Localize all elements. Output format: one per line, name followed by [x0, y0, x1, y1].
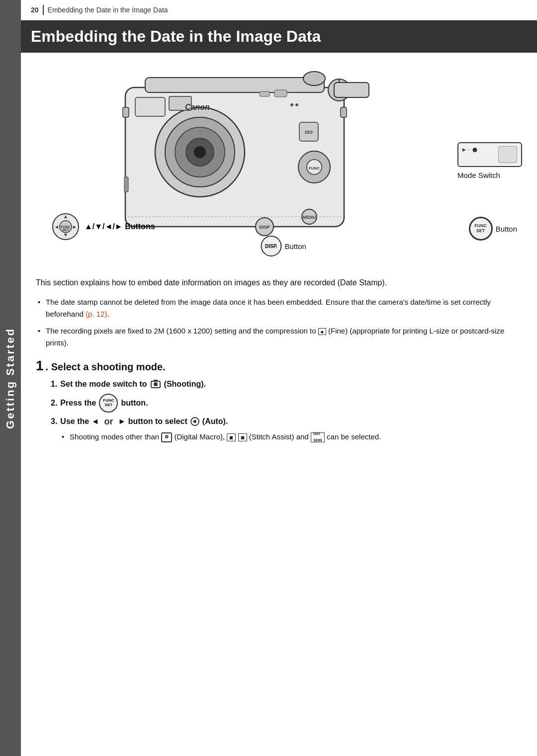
main-content: 20 Embedding the Date in the Image Data …: [21, 0, 537, 456]
main-step: 1. Select a shooting mode.: [36, 358, 522, 374]
arrows-label-text: ▲/▼/◄/► Buttons: [85, 222, 155, 231]
step-label: Select a shooting mode.: [51, 361, 166, 372]
svg-text:ISO: ISO: [305, 130, 313, 135]
sub-step-1: 1. Set the mode switch to (Shooting).: [51, 379, 522, 390]
sub-bullet-item-1: Shooting modes other than ⚙ (Digital Mac…: [61, 431, 522, 443]
page-number: 20: [31, 6, 39, 14]
svg-text:▼: ▼: [63, 232, 68, 238]
mode-switch-slider: [498, 146, 517, 163]
intro-paragraph: This section explains how to embed date …: [36, 276, 522, 289]
func-button-label: Button: [496, 225, 517, 233]
bullet-item-2: The recording pixels are fixed to 2M (16…: [36, 325, 522, 349]
camera-mode-icon: [150, 379, 161, 390]
mode-icons: ▶ ··· ⬤: [462, 147, 477, 152]
svg-text:▲: ▲: [63, 214, 68, 219]
func-set-inline-icon: FUNCSET: [99, 394, 118, 413]
side-tab: Getting Started: [0, 0, 21, 756]
svg-rect-1: [145, 78, 324, 92]
bullet-item-1: The date stamp cannot be deleted from th…: [36, 296, 522, 320]
step-number: 1: [36, 358, 44, 373]
sub-bullet-list: Shooting modes other than ⚙ (Digital Mac…: [61, 431, 522, 443]
svg-rect-26: [260, 91, 269, 96]
svg-text:◄: ◄: [54, 224, 59, 230]
svg-text:MENU: MENU: [303, 215, 316, 220]
arrows-label-area: ▲ ▼ ◄ ► FUNC SET ▲/▼/◄/► Buttons: [51, 212, 155, 242]
svg-rect-41: [154, 380, 158, 382]
stitch-icon-1: ▣: [227, 433, 236, 441]
stitch-icon-2: ▣: [238, 433, 247, 441]
mode-switch-label: Mode Switch: [457, 171, 500, 179]
func-set-button-icon: FUNCSET: [469, 217, 493, 241]
camera-diagram: ISO FUNC DISP MENU Canon: [21, 53, 537, 261]
svg-text:Canon: Canon: [185, 103, 210, 111]
sub-step-3: 3. Use the ◄ or ► button to select (Auto…: [51, 417, 522, 427]
svg-point-2: [303, 72, 325, 85]
or-text: or: [104, 417, 113, 427]
svg-point-9: [194, 146, 206, 158]
svg-text:DISP: DISP: [259, 225, 269, 230]
svg-text:FUNC: FUNC: [309, 166, 320, 170]
sub-steps: 1. Set the mode switch to (Shooting). 2.…: [51, 379, 522, 443]
dpad-icon: ▲ ▼ ◄ ► FUNC SET: [51, 212, 81, 242]
page-link[interactable]: (p. 12): [86, 310, 107, 318]
auto-mode-icon: [190, 417, 199, 426]
text-section: This section explains how to embed date …: [21, 266, 537, 456]
svg-text:SET: SET: [62, 228, 69, 232]
page-title: Embedding the Date in the Image Data: [31, 27, 527, 46]
svg-rect-21: [334, 83, 369, 97]
digital-macro-icon: ⚙: [161, 432, 172, 442]
svg-point-28: [290, 103, 293, 106]
title-bar: Embedding the Date in the Image Data: [21, 20, 537, 53]
fine-icon: ■: [318, 328, 326, 335]
breadcrumb: 20 Embedding the Date in the Image Data: [21, 0, 537, 20]
svg-point-29: [295, 103, 298, 106]
bullet-list: The date stamp cannot be deleted from th…: [36, 296, 522, 349]
disp-button-label: Button: [284, 242, 306, 251]
func-button-area: FUNCSET Button: [469, 217, 517, 241]
svg-rect-27: [274, 90, 287, 97]
sub-step-2: 2. Press the FUNCSET button.: [51, 394, 522, 413]
svg-point-40: [154, 382, 158, 386]
svg-rect-22: [123, 107, 129, 117]
svg-rect-23: [341, 107, 347, 117]
disp-label-area: DISP. Button: [261, 236, 306, 256]
mode-switch-icon: ▶ ··· ⬤: [457, 142, 522, 167]
disp-button-icon: DISP.: [261, 236, 281, 256]
svg-text:►: ►: [72, 224, 77, 230]
svg-rect-10: [135, 97, 165, 116]
breadcrumb-section: Embedding the Date in the Image Data: [48, 6, 168, 14]
iso3200-icon: ISO3200: [311, 432, 325, 442]
side-tab-label: Getting Started: [4, 328, 17, 429]
svg-rect-24: [124, 177, 128, 192]
mode-switch-area: ▶ ··· ⬤ Mode Switch: [457, 142, 522, 180]
breadcrumb-divider: [43, 5, 44, 15]
